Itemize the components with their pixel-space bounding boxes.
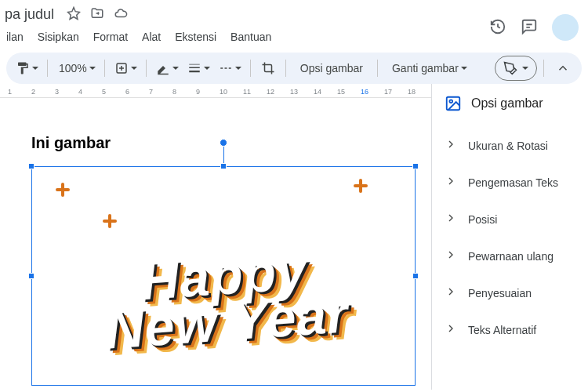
border-dash-button[interactable] (216, 57, 244, 79)
toolbar-separator (285, 60, 286, 77)
chevron-right-icon (445, 138, 457, 153)
image-selection[interactable]: HappyNew Year (31, 166, 416, 386)
cloud-status-icon[interactable] (114, 6, 128, 23)
image-options-button[interactable]: Opsi gambar (292, 57, 371, 79)
replace-image-button[interactable]: Ganti gambar (384, 57, 470, 79)
ruler-label: 13 (290, 88, 298, 96)
ruler-label: 3 (55, 88, 59, 96)
border-color-button[interactable] (153, 57, 181, 79)
menu-view[interactable]: ilan (5, 27, 25, 46)
star-icon[interactable] (67, 6, 81, 23)
comments-icon[interactable] (521, 18, 538, 38)
border-weight-button[interactable] (184, 57, 212, 79)
panel-section-3[interactable]: Pewarnaan ulang (432, 238, 588, 274)
toolbar-separator (146, 60, 147, 77)
crop-button[interactable] (257, 57, 279, 79)
toolbar-separator (377, 60, 378, 77)
menu-format[interactable]: Format (92, 27, 129, 46)
image-options-icon (445, 95, 462, 112)
ruler-label: 11 (243, 88, 251, 96)
menu-insert[interactable]: Sisipkan (36, 27, 81, 46)
ruler-label: 15 (337, 88, 345, 96)
avatar[interactable] (552, 14, 579, 41)
ruler-label: 4 (78, 88, 82, 96)
panel-section-label: Posisi (468, 213, 497, 226)
horizontal-ruler[interactable]: 123456789101112131415161718 (0, 84, 431, 98)
resize-handle-tr[interactable] (412, 163, 419, 169)
document-title[interactable]: pa judul (0, 5, 59, 24)
document-page[interactable]: Ini gambar HappyNew Year (8, 103, 423, 390)
editing-mode-dropdown[interactable] (495, 56, 537, 81)
ruler-label: 17 (384, 88, 392, 96)
ruler-label: 14 (314, 88, 321, 96)
toolbar: 100% Opsi gambar Ganti gambar (6, 53, 582, 84)
panel-section-label: Pewarnaan ulang (468, 250, 554, 263)
ruler-label: 18 (408, 88, 416, 96)
panel-section-4[interactable]: Penyesuaian (432, 274, 588, 311)
ruler-label: 7 (149, 88, 153, 96)
svg-point-2 (449, 100, 452, 103)
resize-handle-ml[interactable] (28, 273, 34, 279)
menu-extensions[interactable]: Ekstensi (173, 27, 218, 46)
menu-help[interactable]: Bantuan (229, 27, 273, 46)
panel-section-5[interactable]: Teks Alternatif (432, 311, 588, 348)
panel-section-0[interactable]: Ukuran & Rotasi (432, 127, 588, 164)
chevron-right-icon (445, 249, 457, 263)
insert-button[interactable] (111, 57, 140, 79)
ruler-label: 8 (172, 88, 176, 96)
caption-text[interactable]: Ini gambar (31, 134, 400, 152)
panel-section-label: Teks Alternatif (468, 324, 536, 336)
history-icon[interactable] (489, 18, 506, 38)
image-options-panel: Opsi gambar Ukuran & RotasiPengemasan Te… (431, 84, 588, 390)
ruler-label: 5 (102, 88, 106, 96)
selected-image: HappyNew Year (32, 167, 415, 385)
toolbar-separator (543, 60, 544, 77)
collapse-toolbar-button[interactable] (550, 56, 575, 81)
resize-handle-mr[interactable] (412, 273, 419, 279)
toolbar-separator (104, 60, 105, 77)
rotation-handle[interactable] (220, 139, 227, 147)
ruler-label: 12 (267, 88, 274, 96)
resize-handle-tc[interactable] (220, 163, 227, 169)
ruler-label: 9 (196, 88, 200, 96)
ruler-label: 2 (31, 88, 35, 96)
paint-format-button[interactable] (13, 57, 41, 79)
ruler-label: 10 (220, 88, 227, 96)
zoom-dropdown[interactable]: 100% (54, 57, 98, 79)
chevron-right-icon (445, 212, 457, 227)
menu-tools[interactable]: Alat (140, 27, 162, 46)
toolbar-separator (250, 60, 251, 77)
panel-title: Opsi gambar (471, 96, 543, 111)
chevron-right-icon (445, 322, 457, 337)
panel-section-2[interactable]: Posisi (432, 201, 588, 238)
toolbar-separator (47, 60, 48, 77)
chevron-right-icon (445, 285, 457, 300)
panel-section-label: Penyesuaian (468, 287, 532, 299)
panel-section-1[interactable]: Pengemasan Teks (432, 164, 588, 201)
ruler-label: 6 (125, 88, 129, 96)
ruler-label: 1 (8, 88, 12, 96)
move-folder-icon[interactable] (90, 6, 104, 23)
ruler-label: 16 (361, 88, 368, 96)
chevron-right-icon (445, 175, 457, 190)
resize-handle-tl[interactable] (28, 163, 34, 169)
panel-section-label: Pengemasan Teks (468, 176, 558, 189)
panel-section-label: Ukuran & Rotasi (468, 140, 548, 152)
